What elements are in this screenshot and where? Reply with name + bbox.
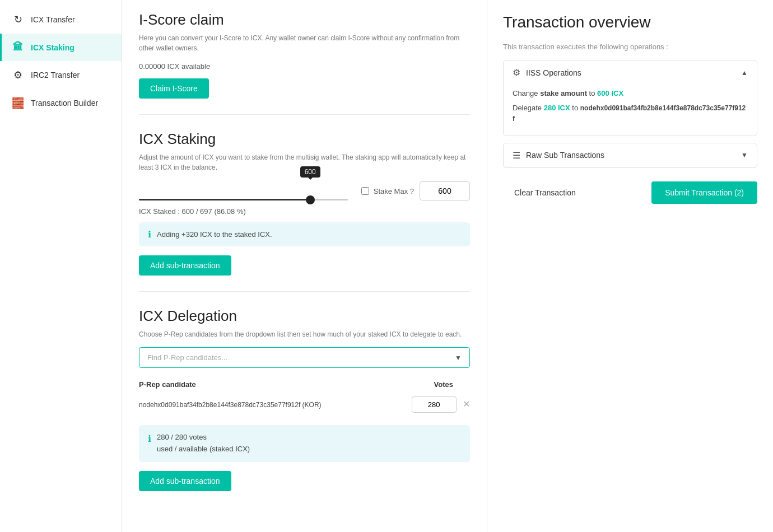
stake-max-label: Stake Max ? — [374, 187, 414, 195]
iiss-operations-header[interactable]: ⚙ IISS Operations ▲ — [504, 60, 757, 85]
sidebar-item-transaction-builder[interactable]: 🧱 Transaction Builder — [0, 89, 122, 117]
transfer-icon: ↻ — [12, 13, 24, 26]
icx-delegation-description: Choose P-Rep candidates from the dropdow… — [139, 329, 470, 339]
chevron-up-icon: ▲ — [741, 69, 748, 77]
iiss-operations-label: IISS Operations — [526, 68, 581, 77]
slider-thumb[interactable] — [306, 195, 315, 204]
clear-transaction-button[interactable]: Clear Transaction — [503, 183, 587, 203]
raw-sub-left: ☰ Raw Sub Transactions — [513, 150, 604, 161]
chevron-down-icon-raw: ▼ — [741, 151, 748, 159]
sidebar-item-icx-staking[interactable]: 🏛 ICX Staking — [0, 34, 122, 61]
claim-iscore-button[interactable]: Claim I-Score — [139, 78, 209, 99]
iiss-operations-block: ⚙ IISS Operations ▲ Change stake amount … — [503, 60, 757, 136]
table-row: nodehx0d091baf34fb2b8e144f3e878dc73c35e7… — [139, 392, 470, 417]
votes-summary-text: 280 / 280 votes used / available (staked… — [157, 432, 250, 455]
remove-row-button[interactable]: ✕ — [463, 399, 470, 409]
info-icon: ℹ — [148, 229, 151, 240]
sidebar-label-irc2-transfer: IRC2 Transfer — [31, 71, 80, 80]
col-prep-candidate: P-Rep candidate — [139, 377, 390, 392]
iiss-operations-body: Change stake amount to 600 ICX Delegate … — [504, 88, 757, 136]
icx-staking-title: ICX Staking — [139, 130, 470, 148]
action-row: Clear Transaction Submit Transaction (2) — [503, 181, 757, 204]
sidebar-label-icx-transfer: ICX Transfer — [31, 15, 75, 24]
raw-sub-label: Raw Sub Transactions — [526, 151, 604, 160]
slider-wrapper: 600 — [139, 182, 348, 200]
prep-search-dropdown[interactable]: Find P-Rep candidates... ▼ — [139, 347, 470, 368]
stake-bold-text: stake amount — [540, 89, 587, 97]
staking-info-box: ℹ Adding +320 ICX to the staked ICX. — [139, 222, 470, 246]
stake-range-row: 600 Stake Max ? — [139, 181, 470, 200]
stake-value: 600 ICX — [597, 89, 623, 97]
icx-available: 0.00000 ICX available — [139, 62, 470, 71]
stake-to-text: to — [589, 89, 595, 97]
icx-delegation-section: ICX Delegation Choose P-Rep candidates f… — [139, 307, 470, 507]
add-staking-subtransaction-button[interactable]: Add sub-transaction — [139, 255, 231, 276]
icx-staking-section: ICX Staking Adjust the amount of ICX you… — [139, 130, 470, 292]
iscore-description: Here you can convert your I-Score to ICX… — [139, 33, 470, 53]
delegate-to: to — [572, 104, 578, 112]
chevron-down-icon: ▼ — [455, 354, 462, 362]
overview-title: Transaction overview — [503, 13, 757, 31]
votes-cell: ✕ — [390, 392, 470, 417]
irc2-icon: ⚙ — [12, 69, 24, 81]
prep-search-placeholder: Find P-Rep candidates... — [147, 353, 227, 362]
prep-candidate-cell: nodehx0d091baf34fb2b8e144f3e878dc73c35e7… — [139, 392, 390, 417]
stake-change-text: Change — [513, 89, 538, 97]
stake-change-line: Change stake amount to 600 ICX — [513, 88, 748, 99]
stake-max-container: Stake Max ? — [361, 187, 414, 195]
votes-summary-box: ℹ 280 / 280 votes used / available (stak… — [139, 425, 470, 462]
col-votes: Votes — [390, 377, 470, 392]
submit-transaction-button[interactable]: Submit Transaction (2) — [651, 181, 757, 204]
icx-delegation-title: ICX Delegation — [139, 307, 470, 325]
add-delegation-subtransaction-button[interactable]: Add sub-transaction — [139, 471, 231, 491]
info-icon-delegation: ℹ — [148, 432, 151, 446]
stake-amount-input[interactable] — [420, 181, 470, 200]
delegation-table: P-Rep candidate Votes nodehx0d091baf34fb… — [139, 377, 470, 417]
sidebar-label-transaction-builder: Transaction Builder — [31, 99, 98, 108]
delegate-label: Delegate — [513, 104, 542, 112]
sidebar-item-icx-transfer[interactable]: ↻ ICX Transfer — [0, 6, 122, 34]
delegate-value: 280 ICX — [544, 104, 570, 112]
sidebar-label-icx-staking: ICX Staking — [31, 43, 74, 52]
staked-info: ICX Staked : 600 / 697 (86.08 %) — [139, 207, 470, 216]
sidebar: ↻ ICX Transfer 🏛 ICX Staking ⚙ IRC2 Tran… — [0, 0, 122, 532]
iscore-title: I-Score claim — [139, 11, 470, 29]
slider-track — [139, 199, 348, 200]
main-content: I-Score claim Here you can convert your … — [122, 0, 487, 532]
raw-sub-header[interactable]: ☰ Raw Sub Transactions ▼ — [504, 143, 757, 167]
transaction-overview-panel: Transaction overview This transaction ex… — [487, 0, 773, 532]
iscore-claim-section: I-Score claim Here you can convert your … — [139, 11, 470, 115]
delegate-line: Delegate 280 ICX to nodehx0d091baf34fb2b… — [513, 102, 748, 124]
slider-bubble: 600 — [300, 166, 320, 178]
gear-icon: ⚙ — [513, 67, 520, 78]
iiss-header-left: ⚙ IISS Operations — [513, 67, 581, 78]
staking-icon: 🏛 — [12, 41, 24, 53]
raw-sub-transactions-block: ☰ Raw Sub Transactions ▼ — [503, 143, 757, 168]
stake-max-checkbox[interactable] — [361, 187, 369, 195]
builder-icon: 🧱 — [12, 97, 24, 109]
staking-info-text: Adding +320 ICX to the staked ICX. — [157, 230, 272, 239]
overview-subtitle: This transaction executes the following … — [503, 43, 757, 51]
list-icon: ☰ — [513, 150, 520, 161]
sidebar-item-irc2-transfer[interactable]: ⚙ IRC2 Transfer — [0, 61, 122, 89]
votes-input[interactable] — [412, 396, 457, 413]
